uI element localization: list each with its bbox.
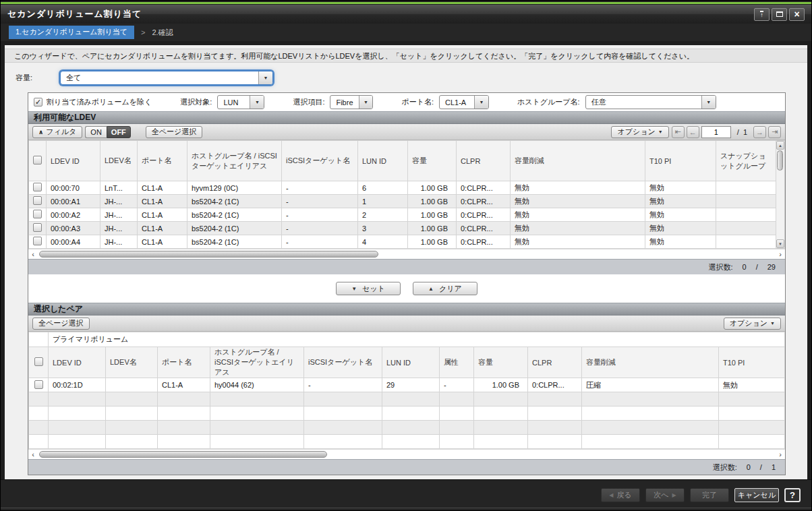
table-cell <box>716 235 776 249</box>
column-header[interactable]: LUN ID <box>382 347 440 378</box>
table-cell <box>474 392 528 407</box>
column-header[interactable]: 容量削減 <box>511 141 645 181</box>
dock-window-button[interactable]: ↑ <box>754 8 770 21</box>
exclude-assigned-checkbox[interactable]: ✓ <box>34 98 42 107</box>
select-all-checkbox[interactable] <box>34 357 43 366</box>
column-header[interactable]: LDEV名 <box>106 347 158 378</box>
pagination: ⇤ ← / 1 → ⇥ <box>672 126 781 138</box>
options-button[interactable]: オプション ▼ <box>611 126 668 138</box>
filter-on-off-toggle: ON OFF <box>85 126 131 138</box>
first-page-button[interactable]: ⇤ <box>672 126 685 138</box>
vertical-scroll-thumb[interactable] <box>777 150 783 171</box>
table-cell: 4 <box>358 235 408 249</box>
page-total: 1 <box>743 128 747 136</box>
table-cell: 無効 <box>645 195 716 208</box>
table-cell <box>49 407 106 421</box>
row-checkbox[interactable] <box>33 196 42 205</box>
select-all-pages-button[interactable]: 全ページ選択 <box>146 126 203 138</box>
page-input[interactable] <box>701 126 731 138</box>
column-header[interactable]: CLPR <box>528 347 582 378</box>
column-header[interactable]: LDEV名 <box>100 141 138 181</box>
column-header[interactable]: ポート名 <box>158 347 210 378</box>
column-header[interactable]: LDEV ID <box>47 141 100 181</box>
scroll-left-icon[interactable]: ‹ <box>28 450 38 459</box>
scroll-left-icon[interactable]: ‹ <box>28 250 38 259</box>
column-header[interactable]: ポート名 <box>138 141 187 181</box>
column-header[interactable]: スナップショットグループ <box>716 141 776 181</box>
scroll-right-icon[interactable]: › <box>776 450 785 459</box>
table-cell: 1.00 GB <box>408 208 457 222</box>
table-cell <box>528 407 582 421</box>
port-dropdown[interactable]: CL1-A ▼ <box>439 95 489 109</box>
table-cell: - <box>440 378 474 392</box>
clear-button[interactable]: ▲ クリア <box>413 282 477 295</box>
filter-row: ✓ 割り当て済みボリュームを除く 選択対象: LUN ▼ 選択項目: Fibre… <box>28 93 785 111</box>
prev-page-button[interactable]: ← <box>687 126 699 138</box>
table-cell <box>719 421 785 435</box>
table-cell: hyvm129 (0C) <box>187 181 282 195</box>
scroll-right-icon[interactable]: › <box>776 250 785 259</box>
table-cell <box>158 392 210 407</box>
vertical-scrollbar[interactable]: ▲ ▼ <box>776 140 785 249</box>
filter-button[interactable]: ∧ フィルタ <box>32 126 82 138</box>
cancel-button[interactable]: キャンセル <box>734 488 779 502</box>
table-cell <box>49 392 106 407</box>
available-ldev-body: 00:00:70LnT...CL1-Ahyvm129 (0C)-61.00 GB… <box>29 181 776 249</box>
chevron-down-icon: ▼ <box>701 96 716 109</box>
column-header[interactable]: 容量 <box>408 141 457 181</box>
filter-off-button[interactable]: OFF <box>107 126 131 138</box>
table-cell: CL1-A <box>138 195 187 208</box>
set-clear-buttons: ▼ セット ▲ クリア <box>28 274 785 303</box>
row-checkbox[interactable] <box>33 237 42 245</box>
column-header[interactable]: iSCSIターゲット名 <box>282 141 358 181</box>
table-cell: 無効 <box>511 235 645 249</box>
table-cell: 0:CLPR... <box>457 181 511 195</box>
available-horizontal-scrollbar[interactable]: ‹ › <box>28 249 785 259</box>
horizontal-scroll-thumb[interactable] <box>39 451 327 458</box>
column-header[interactable]: ホストグループ名 / iSCSIターゲットエイリアス <box>187 141 282 181</box>
table-cell: 1.00 GB <box>408 222 457 235</box>
column-header[interactable]: LUN ID <box>358 141 408 181</box>
pairs-horizontal-scrollbar[interactable]: ‹ › <box>28 449 785 459</box>
hostgroup-dropdown[interactable]: 任意 ▼ <box>585 95 716 109</box>
filter-on-button[interactable]: ON <box>85 126 107 138</box>
row-checkbox[interactable] <box>33 210 42 218</box>
table-cell: JH-... <box>100 235 138 249</box>
row-checkbox[interactable] <box>33 183 42 191</box>
horizontal-scroll-thumb[interactable] <box>39 251 378 258</box>
options-button[interactable]: オプション ▼ <box>724 318 781 330</box>
column-header[interactable]: iSCSIターゲット名 <box>304 347 382 378</box>
last-page-button[interactable]: ⇥ <box>768 126 781 138</box>
help-button[interactable]: ? <box>784 488 801 502</box>
next-page-button[interactable]: → <box>753 126 766 138</box>
selected-pairs-section-title: 選択したペア <box>28 303 785 315</box>
set-button[interactable]: ▼ セット <box>336 282 401 295</box>
column-header[interactable]: 属性 <box>440 347 474 378</box>
target-dropdown[interactable]: LUN ▼ <box>217 95 264 109</box>
scroll-down-icon[interactable]: ▼ <box>776 239 784 248</box>
window-top-accent <box>1 2 811 4</box>
maximize-button[interactable] <box>772 8 787 21</box>
table-cell <box>304 421 382 435</box>
capacity-dropdown[interactable]: 全て ▼ <box>60 71 273 85</box>
empty-table-row <box>29 392 785 407</box>
column-header[interactable]: T10 PI <box>645 141 716 181</box>
column-header[interactable]: T10 PI <box>719 347 785 378</box>
row-checkbox[interactable] <box>34 380 43 389</box>
column-header[interactable]: 容量 <box>474 347 528 378</box>
select-all-pages-button[interactable]: 全ページ選択 <box>32 318 90 330</box>
row-checkbox[interactable] <box>33 223 42 232</box>
column-header[interactable]: 容量削減 <box>582 347 719 378</box>
column-header[interactable]: LDEV ID <box>49 347 106 378</box>
close-button[interactable]: × <box>789 8 805 21</box>
item-dropdown[interactable]: Fibre ▼ <box>330 95 373 109</box>
step-1-active[interactable]: 1.セカンダリボリューム割り当て <box>9 26 134 39</box>
scroll-up-icon[interactable]: ▲ <box>776 141 784 150</box>
selected-count-value: 0 <box>747 463 751 471</box>
column-header[interactable]: CLPR <box>457 141 511 181</box>
empty-table-row <box>29 421 785 435</box>
step-2: 2.確認 <box>152 28 173 38</box>
column-header[interactable]: ホストグループ名 / iSCSIターゲットエイリアス <box>210 347 304 378</box>
table-cell <box>382 435 440 449</box>
select-all-checkbox[interactable] <box>33 156 42 164</box>
